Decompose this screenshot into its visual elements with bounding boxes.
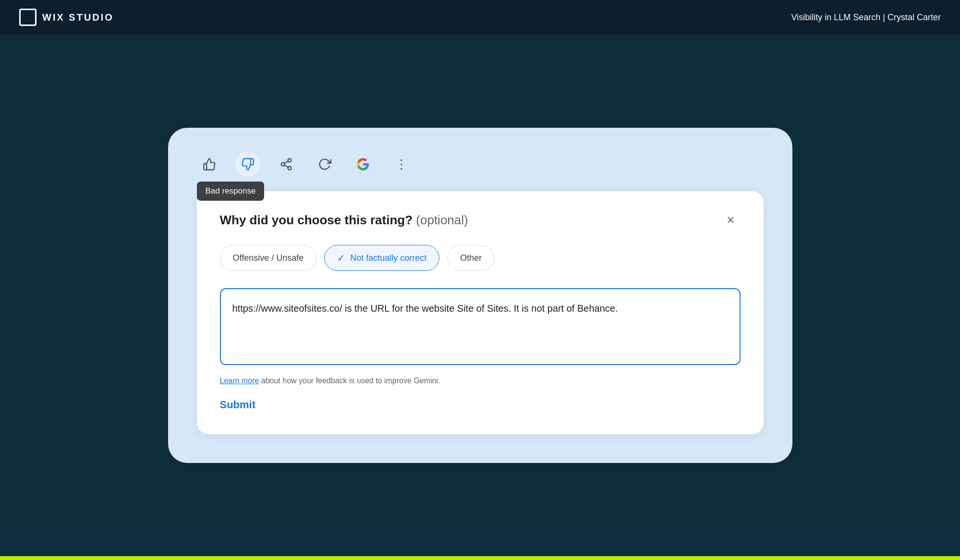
close-button[interactable]: × [721, 210, 741, 230]
learn-more-text: about how your feedback is used to impro… [259, 377, 440, 385]
top-bar-right-text: Visibility in LLM Search | Crystal Carte… [791, 12, 941, 23]
logo-square-icon [19, 9, 36, 26]
chip-other[interactable]: Other [447, 245, 495, 271]
google-button[interactable] [351, 152, 376, 177]
dialog-title-optional: (optional) [416, 213, 468, 227]
dialog-title: Why did you choose this rating? (optiona… [220, 213, 468, 228]
learn-more-row: Learn more about how your feedback is us… [220, 377, 741, 385]
chip-offensive-label: Offensive / Unsafe [233, 253, 304, 263]
svg-line-3 [284, 165, 288, 168]
dialog-header: Why did you choose this rating? (optiona… [220, 210, 741, 230]
more-options-button[interactable]: ⋮ [389, 152, 414, 177]
thumbs-up-button[interactable] [197, 152, 222, 177]
logo: WIX STUDIO [19, 9, 114, 26]
submit-button[interactable]: Submit [220, 399, 256, 411]
feedback-dialog: Bad response Why did you choose this rat… [197, 191, 764, 434]
toolbar: ⋮ [197, 152, 764, 177]
dialog-title-main: Why did you choose this rating? [220, 213, 413, 227]
refresh-button[interactable] [312, 152, 337, 177]
logo-text: WIX STUDIO [42, 12, 114, 23]
bad-response-tooltip: Bad response [197, 182, 265, 201]
share-button[interactable] [274, 152, 299, 177]
svg-line-4 [284, 161, 288, 164]
learn-more-link[interactable]: Learn more [220, 377, 259, 385]
chip-other-label: Other [460, 253, 482, 263]
accent-bar [0, 556, 960, 560]
chip-check-icon: ✓ [337, 252, 345, 264]
chip-not-factual[interactable]: ✓ Not factually correct [324, 245, 439, 271]
thumbs-down-button[interactable] [235, 152, 260, 177]
card-wrapper: ⋮ Bad response Why did you choose this r… [168, 128, 792, 463]
top-bar: WIX STUDIO Visibility in LLM Search | Cr… [0, 0, 960, 35]
main-content: ⋮ Bad response Why did you choose this r… [0, 35, 960, 556]
chip-offensive[interactable]: Offensive / Unsafe [220, 245, 317, 271]
chips-container: Offensive / Unsafe ✓ Not factually corre… [220, 245, 741, 271]
feedback-textarea[interactable]: https://www.siteofsites.co/ is the URL f… [220, 288, 741, 365]
chip-not-factual-label: Not factually correct [350, 253, 426, 263]
